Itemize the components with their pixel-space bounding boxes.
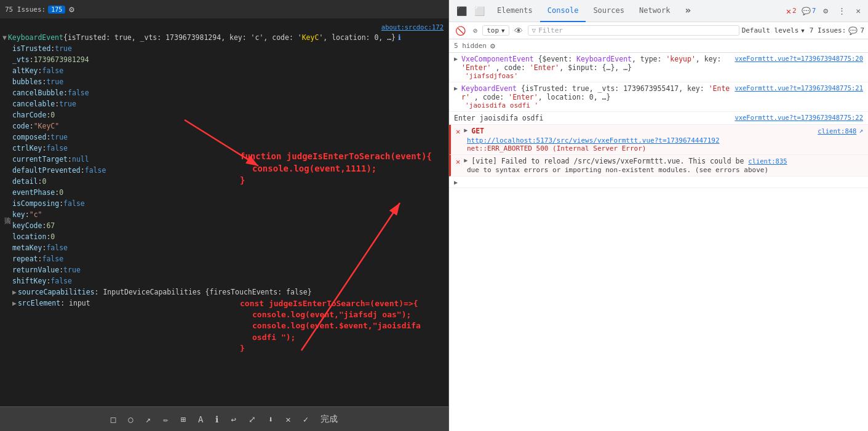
toolbar-info-icon[interactable]: ℹ (213, 412, 221, 427)
message-subtext-1: 'jiafsdjfoas' (454, 72, 863, 80)
console-message-5: ✕ ▶ [vite] Failed to reload /src/views/v… (449, 155, 868, 176)
toolbar-download-icon[interactable]: ⬇ (266, 412, 276, 427)
device-toolbar-icon[interactable]: ⬜ (472, 5, 487, 17)
right-panel: ⬛ ⬜ Elements Console Sources Network » ✕ (449, 0, 868, 431)
tab-elements[interactable]: Elements (490, 0, 540, 22)
message-subtext-2: 'jaoisdifa osdfi ' (454, 101, 863, 109)
issues-count-badge: 175 (48, 6, 65, 14)
source-link-4[interactable]: client:848 (818, 127, 856, 135)
inspect-element-icon[interactable]: ⬛ (454, 5, 469, 17)
code-line: code: "KeyC" (0, 121, 448, 132)
expand-icon-1[interactable]: ▶ (454, 55, 458, 62)
toolbar-circle-icon[interactable]: ○ (125, 412, 135, 427)
code-line: repeat: false (0, 253, 448, 264)
console-message-6: ▶ (449, 176, 868, 188)
source-link-1[interactable]: vxeFormttt.vue?t=1739673948775:20 (735, 55, 863, 62)
external-link-icon-4[interactable]: ↗ (859, 127, 863, 135)
dropdown-arrow-icon: ▼ (501, 28, 504, 34)
toolbar-undo-icon[interactable]: ↩ (228, 412, 238, 427)
console-message-2: ▶ KeyboardEvent {isTrusted: true, _vts: … (449, 82, 868, 112)
code-line: altKey: false (0, 65, 448, 76)
issues-label: 75 Issues: 175 (5, 6, 65, 14)
left-top-bar: 75 Issues: 175 ⚙ (0, 0, 448, 18)
code-line: ▼ KeyboardEvent {isTrusted: true, _vts: … (0, 32, 448, 43)
code-line: eventPhase: 0 (0, 187, 448, 198)
issues-icon: 💬 (848, 26, 858, 35)
toolbar-text-icon[interactable]: A (196, 412, 205, 427)
left-panel: 75 Issues: 175 ⚙ about:srcdoc:172 ▼ Keyb… (0, 0, 449, 431)
bottom-toolbar: □ ○ ↗ ✏ ⊞ A ℹ ↩ ⤢ ⬇ ✕ ✓ 完成 (0, 406, 448, 431)
tab-network[interactable]: Network (632, 0, 678, 22)
main-container: 75 Issues: 175 ⚙ about:srcdoc:172 ▼ Keyb… (0, 0, 868, 431)
clear-console-button[interactable]: 🚫 (453, 25, 468, 37)
toolbar-pen-icon[interactable]: ✏ (161, 412, 170, 427)
code-area[interactable]: about:srcdoc:172 ▼ KeyboardEvent {isTrus… (0, 18, 448, 406)
eye-icon[interactable]: 👁 (512, 25, 525, 37)
tab-more[interactable]: » (678, 0, 699, 22)
single-arrow-icon[interactable]: ▶ (454, 179, 458, 186)
source-link-top[interactable]: about:srcdoc:172 (381, 23, 444, 31)
toolbar-grid-icon[interactable]: ⊞ (178, 412, 188, 427)
toolbar-expand-icon[interactable]: ⤢ (246, 412, 258, 427)
code-line: keyCode: 67 (0, 220, 448, 231)
toolbar-arrow-icon[interactable]: ↗ (143, 412, 153, 427)
net-error-4: net::ERR_ABORTED 500 (Internal Server Er… (456, 144, 863, 152)
code-line: metaKey: false (0, 242, 448, 253)
code-line: cancelable: true (0, 98, 448, 109)
settings-icon[interactable]: ⚙ (69, 4, 74, 14)
issues-count-area: 7 Issues: 💬 7 (810, 26, 864, 35)
filter-toggle-icon[interactable]: ⊘ (471, 25, 480, 36)
console-message-3: Enter jaoisdifa osdfi vxeFormttt.vue?t=1… (449, 112, 868, 125)
source-link-2[interactable]: vxeFormttt.vue?t=1739673948775:21 (735, 84, 863, 92)
code-line: location: 0 (0, 231, 448, 242)
error-icon-4: ✕ (456, 127, 460, 136)
code-line: ▶ sourceCapabilities: InputDeviceCapabil… (0, 287, 448, 298)
code-line: isTrusted: true (0, 43, 448, 54)
toolbar-done-label[interactable]: 完成 (318, 411, 340, 427)
filter-input[interactable]: ▽ Filter (528, 25, 739, 36)
toolbar-square-icon[interactable]: □ (108, 412, 118, 427)
console-message-1: ▶ VxeComponentEvent {$event: KeyboardEve… (449, 53, 868, 82)
expand-icon-5[interactable]: ▶ (464, 157, 468, 164)
hidden-settings-icon[interactable]: ⚙ (490, 41, 495, 50)
more-options-icon[interactable]: ⋮ (835, 5, 848, 17)
expand-icon-4[interactable]: ▶ (464, 127, 468, 133)
devtools-tabs: ⬛ ⬜ Elements Console Sources Network » ✕ (449, 0, 868, 22)
console-messages[interactable]: ▶ VxeComponentEvent {$event: KeyboardEve… (449, 53, 868, 431)
toolbar-close-icon[interactable]: ✕ (283, 412, 293, 427)
source-link-3[interactable]: vxeFormttt.vue?t=1739673948775:22 (735, 114, 863, 121)
code-line: shiftKey: false (0, 275, 448, 287)
levels-dropdown-arrow: ▼ (801, 28, 804, 34)
default-levels-dropdown[interactable]: Default levels ▼ (742, 26, 805, 34)
source-link-5-inline[interactable]: client:835 (748, 157, 787, 165)
code-line: composed: true (0, 132, 448, 143)
code-line: _vts: 1739673981294 (0, 54, 448, 65)
code-line: returnValue: true (0, 264, 448, 275)
error-icon-5: ✕ (456, 157, 460, 166)
error-badge[interactable]: ✕ 2 (786, 6, 797, 16)
error-text2-5: due to syntax errors or importing non-ex… (456, 166, 863, 174)
console-toolbar: 🚫 ⊘ top ▼ 👁 ▽ Filter Default levels ▼ 7 … (449, 22, 868, 39)
code-line: cancelBubble: false (0, 87, 448, 98)
code-line: charCode: 0 (0, 109, 448, 121)
hidden-bar: 5 hidden ⚙ (449, 39, 868, 53)
code-line: key: "c" (0, 209, 448, 220)
error-url-4: http://localhost:5173/src/views/vxeFormt… (456, 136, 863, 144)
expand-icon-2[interactable]: ▶ (454, 85, 458, 92)
code-line: isComposing: false (0, 198, 448, 209)
tab-console[interactable]: Console (540, 0, 586, 22)
annotation-function2: const judgeIsEnterToSearch=(event)=>{ co… (240, 298, 448, 354)
devtools-left-icons: ⬛ ⬜ (454, 5, 487, 17)
annotation-function1: function judgeIsEnterToSerach(event){ co… (240, 151, 432, 187)
settings-icon[interactable]: ⚙ (821, 5, 830, 17)
toolbar-check-icon[interactable]: ✓ (301, 412, 311, 427)
filter-icon: ▽ (532, 26, 536, 34)
warning-badge[interactable]: 💬 7 (802, 7, 816, 15)
close-devtools-icon[interactable]: ✕ (853, 5, 863, 17)
tab-sources[interactable]: Sources (586, 0, 632, 22)
console-message-4: ✕ ▶ GET client:848 ↗ http://localhost:51… (449, 125, 868, 155)
context-dropdown[interactable]: top ▼ (482, 25, 509, 36)
input-placeholder-label: 请输入 (0, 209, 14, 214)
devtools-right-icons: ✕ 2 💬 7 ⚙ ⋮ ✕ (786, 5, 863, 17)
code-line: bubbles: true (0, 76, 448, 87)
